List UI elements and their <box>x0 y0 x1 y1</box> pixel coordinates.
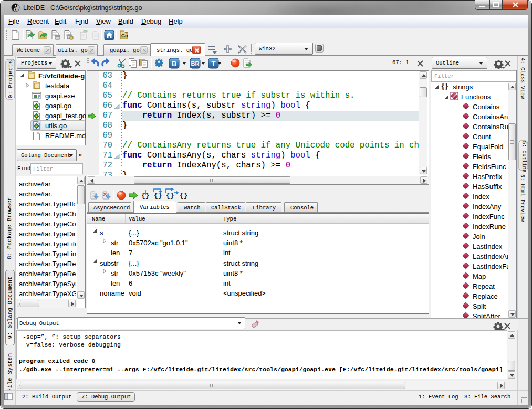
svg-text:BR: BR <box>191 60 200 67</box>
svg-text:Go: Go <box>121 33 128 38</box>
svg-text:B: B <box>172 60 176 68</box>
svg-text:T: T <box>212 60 216 68</box>
